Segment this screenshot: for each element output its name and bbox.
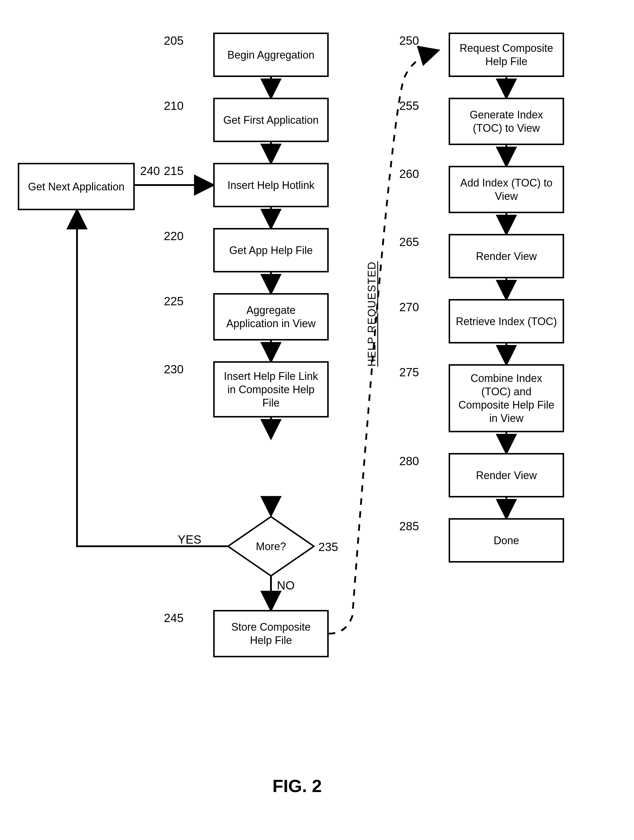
node-215: Insert Help Hotlink [213,163,329,207]
decision-text: More? [256,540,286,553]
node-260: Add Index (TOC) toView [449,166,564,213]
node-num-280: 280 [395,455,419,468]
node-225: AggregateApplication in View [213,293,329,341]
node-num-205: 205 [160,34,183,47]
label-no: NO [277,579,295,592]
node-280: Render View [449,453,564,497]
node-num-265: 265 [395,235,419,249]
node-275: Combine Index(TOC) andComposite Help Fil… [449,364,564,432]
node-220: Get App Help File [213,228,329,272]
node-num-230: 230 [160,363,183,376]
node-num-225: 225 [160,295,183,308]
node-250: Request CompositeHelp File [449,33,564,77]
node-num-260: 260 [395,167,419,181]
node-num-215: 215 [160,164,183,178]
node-num-270: 270 [395,300,419,314]
node-num-255: 255 [395,99,419,112]
label-yes: YES [178,533,201,546]
node-num-285: 285 [395,519,419,533]
flowchart-canvas: More? 205 Begin Aggregation 210 Get Firs… [0,0,634,840]
figure-caption: FIG. 2 [272,776,322,796]
node-num-210: 210 [160,99,183,112]
node-240: Get Next Application [18,163,135,210]
node-num-235: 235 [318,540,342,554]
node-245: Store CompositeHelp File [213,610,329,657]
node-num-275: 275 [395,366,419,379]
label-help-requested: HELP REQUESTED [366,257,378,370]
node-265: Render View [449,234,564,278]
node-210: Get First Application [213,98,329,142]
node-230: Insert Help File Linkin Composite HelpFi… [213,361,329,417]
node-num-220: 220 [160,229,183,243]
node-285: Done [449,518,564,562]
node-num-250: 250 [395,34,419,47]
node-270: Retrieve Index (TOC) [449,299,564,343]
node-205: Begin Aggregation [213,33,329,77]
node-num-240: 240 [136,164,160,178]
node-num-245: 245 [160,611,183,625]
node-255: Generate Index(TOC) to View [449,98,564,145]
